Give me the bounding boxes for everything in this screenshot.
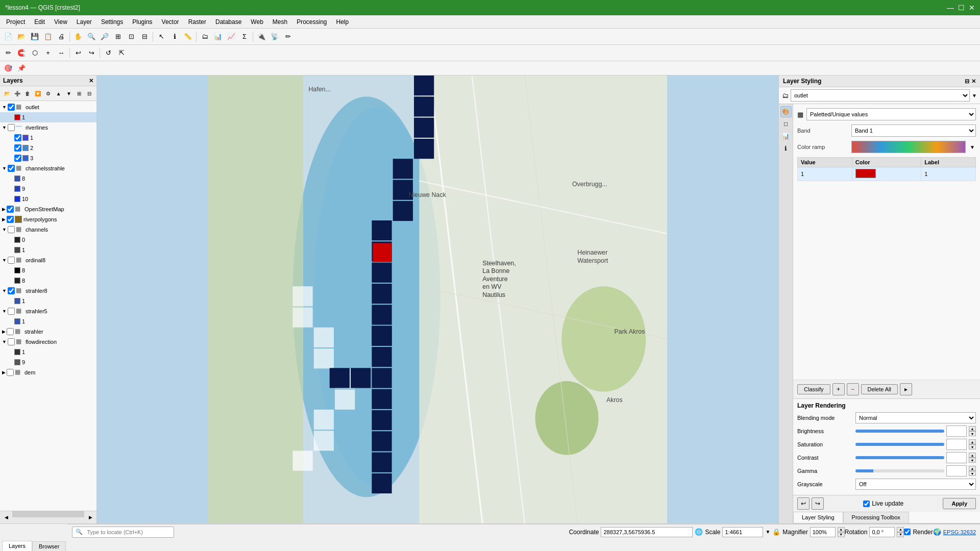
menu-item-web[interactable]: Web xyxy=(247,17,267,27)
color-swatch-1[interactable] xyxy=(855,169,876,178)
gamma-down[interactable]: ▼ xyxy=(969,471,976,476)
scale-input[interactable] xyxy=(722,527,763,537)
grayscale-select[interactable]: Off xyxy=(855,479,976,490)
measure-button[interactable]: 📏 xyxy=(182,31,194,43)
open-layer-button[interactable]: 📂 xyxy=(2,87,12,99)
fd-expand[interactable]: ▼ xyxy=(2,339,7,344)
redo-styling-button[interactable]: ↪ xyxy=(812,497,824,510)
snapping-button[interactable]: 🧲 xyxy=(15,47,28,59)
contrast-slider[interactable] xyxy=(855,456,944,459)
riverlines-child-2[interactable]: 2 xyxy=(0,143,96,153)
rp-expand[interactable]: ▶ xyxy=(2,217,6,222)
layers-close-icon[interactable]: ✕ xyxy=(89,78,93,84)
rl-check3[interactable] xyxy=(14,155,21,162)
live-update-checkbox[interactable] xyxy=(863,500,870,507)
riverlines-child-3[interactable]: 3 xyxy=(0,153,96,163)
s5-expand[interactable]: ▼ xyxy=(2,309,7,314)
o8-child-8b[interactable]: 8 xyxy=(0,276,96,286)
menu-item-vector[interactable]: Vector xyxy=(158,17,183,27)
rotation-down[interactable]: ▼ xyxy=(897,532,904,537)
zoom-selection-button[interactable]: ⊟ xyxy=(138,31,151,43)
o8-expand[interactable]: ▼ xyxy=(2,258,7,263)
tab-layer-styling[interactable]: Layer Styling xyxy=(793,512,843,523)
zoom-in-button[interactable]: 🔍 xyxy=(85,31,97,43)
layer-openstreetmap[interactable]: ▶ ▦ OpenStreetMap xyxy=(0,204,96,214)
dem-expand[interactable]: ▶ xyxy=(2,370,6,375)
riverlines-expand[interactable]: ▼ xyxy=(2,125,7,130)
lock-icon[interactable]: 🔒 xyxy=(772,528,780,536)
riverlines-checkbox[interactable] xyxy=(8,124,15,131)
layer-channels[interactable]: ▼ ▦ channels xyxy=(0,224,96,235)
menu-item-raster[interactable]: Raster xyxy=(184,17,210,27)
vertex-button[interactable]: ⬡ xyxy=(29,47,41,59)
scroll-track[interactable] xyxy=(12,511,84,517)
styling-close-icon[interactable]: ✕ xyxy=(971,78,976,85)
bookmarks-button[interactable]: 📌 xyxy=(15,62,28,74)
tab-processing-toolbox[interactable]: Processing Toolbox xyxy=(843,512,909,523)
remove-layer-button[interactable]: 🗑 xyxy=(22,87,32,99)
plugin-button[interactable]: 🔌 xyxy=(255,31,267,43)
o8-checkbox[interactable] xyxy=(8,257,15,264)
ch-child-1[interactable]: 1 xyxy=(0,245,96,255)
st-checkbox[interactable] xyxy=(7,328,14,335)
contrast-value[interactable]: 0 xyxy=(946,452,967,463)
menu-item-project[interactable]: Project xyxy=(2,17,29,27)
new-project-button[interactable]: 📄 xyxy=(2,31,14,43)
statistics-button[interactable]: 📈 xyxy=(225,31,237,43)
rotate-button[interactable]: ↺ xyxy=(102,47,114,59)
close-button[interactable]: ✕ xyxy=(969,4,975,12)
filter-layer-button[interactable]: 🔽 xyxy=(33,87,43,99)
gamma-slider[interactable] xyxy=(855,469,944,472)
add-feature-button[interactable]: + xyxy=(42,47,54,59)
redo2-button[interactable]: ↪ xyxy=(85,47,97,59)
osm-checkbox[interactable] xyxy=(7,206,14,213)
tab-layers[interactable]: Layers xyxy=(2,541,32,551)
print-button[interactable]: 🖨 xyxy=(55,31,67,43)
gamma-up[interactable]: ▲ xyxy=(969,466,976,471)
outlet-child-1[interactable]: 1 xyxy=(0,112,96,122)
locate-input[interactable] xyxy=(85,527,166,538)
layer-dem[interactable]: ▶ ▦ dem xyxy=(0,367,96,378)
renderer-select[interactable]: Paletted/Unique values xyxy=(806,108,976,120)
layer-riverpolygons[interactable]: ▶ riverpolygons xyxy=(0,214,96,224)
row-color-1[interactable] xyxy=(852,167,921,181)
move-feature-button[interactable]: ↔ xyxy=(55,47,67,59)
rl-check2[interactable] xyxy=(14,144,21,152)
s5-child-1[interactable]: 1 xyxy=(0,316,96,327)
fd-child-1[interactable]: 1 xyxy=(0,347,96,357)
s8-expand[interactable]: ▼ xyxy=(2,288,7,293)
menu-item-database[interactable]: Database xyxy=(211,17,246,27)
rl-check1[interactable] xyxy=(14,134,21,141)
map-area[interactable]: Hafen... Nieuwe Nack Steelhaven, La Bonn… xyxy=(97,76,778,523)
histogram-icon-btn[interactable]: 📊 xyxy=(780,131,792,142)
classify-button[interactable]: Classify xyxy=(797,384,830,394)
magnifier-down[interactable]: ▼ xyxy=(838,532,845,537)
ch-expand[interactable]: ▼ xyxy=(2,227,7,232)
move-up-button[interactable]: ▲ xyxy=(54,87,63,99)
scale-button[interactable]: ⇱ xyxy=(115,47,128,59)
ch-child-0[interactable]: 0 xyxy=(0,235,96,245)
layer-strahler[interactable]: ▶ ▦ strahler xyxy=(0,327,96,337)
save-project-button[interactable]: 💾 xyxy=(29,31,41,43)
transparency-icon-btn[interactable]: □ xyxy=(780,118,792,130)
gamma-value[interactable]: 1,00 xyxy=(946,465,967,477)
o8-child-8a[interactable]: 8 xyxy=(0,265,96,276)
select-button[interactable]: ↖ xyxy=(155,31,167,43)
rp-checkbox[interactable] xyxy=(7,216,14,223)
collapse-all-button[interactable]: ⊟ xyxy=(85,87,94,99)
scale-arrow[interactable]: ▼ xyxy=(765,529,770,535)
layer-props-button[interactable]: ⚙ xyxy=(43,87,53,99)
layer-ordinal8[interactable]: ▼ ▦ ordinal8 xyxy=(0,255,96,265)
menu-item-help[interactable]: Help xyxy=(332,17,353,27)
move-down-button[interactable]: ▼ xyxy=(64,87,74,99)
layer-outlet[interactable]: ▼ ▦ outlet xyxy=(0,102,96,112)
scroll-left[interactable]: ◀ xyxy=(0,511,12,523)
outlet-checkbox[interactable] xyxy=(8,104,15,111)
brightness-down[interactable]: ▼ xyxy=(969,431,976,436)
layer-button[interactable]: 🗂 xyxy=(199,31,211,43)
saturation-up[interactable]: ▲ xyxy=(969,439,976,444)
row-label-1[interactable]: 1 xyxy=(921,167,976,181)
s8-checkbox[interactable] xyxy=(8,287,15,294)
rotation-input[interactable] xyxy=(869,527,895,537)
cs-expand[interactable]: ▼ xyxy=(2,166,7,171)
